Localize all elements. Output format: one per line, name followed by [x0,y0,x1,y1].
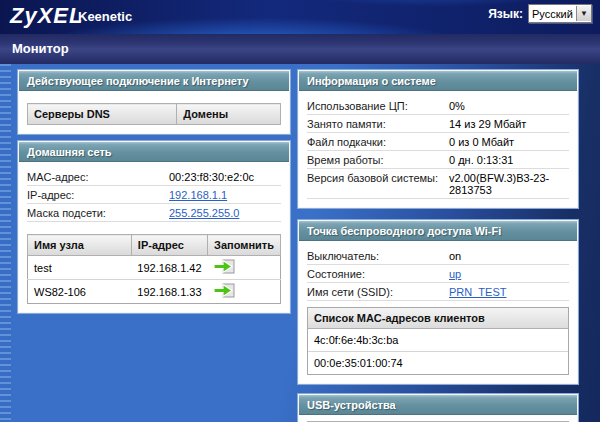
right-column: Информация о системе Использование ЦП: 0… [298,70,578,422]
panel-system-info: Информация о системе Использование ЦП: 0… [298,70,578,208]
mac-clients-box: Список MAC-адресов клиентов 4c:0f:6e:4b:… [307,307,569,375]
product-name: Keenetic [78,9,132,24]
row-label: Занято памяти: [307,118,449,130]
row-value: 00:23:f8:30:e2:0c [169,171,281,183]
green-arrow-icon [212,282,236,299]
green-arrow-icon [212,258,236,275]
home-row-mac: MAC-адрес: 00:23:f8:30:e2:0c [27,168,281,186]
panel-internet-title: Действующее подключение к Интернету [19,71,289,91]
wifi-row-switch: Выключатель: on [307,247,569,265]
row-label: Версия базовой системы: [307,172,449,184]
remember-host-button[interactable] [212,258,236,275]
wifi-row-state: Состояние: up [307,265,569,283]
row-label: Маска подсети: [27,207,169,219]
home-row-ip: IP-адрес: 192.168.1.1 [27,186,281,204]
hosts-col-remember: Запомнить [208,235,281,256]
host-name: WS82-106 [28,280,132,304]
panel-home-network: Домашняя сеть MAC-адрес: 00:23:f8:30:e2:… [18,141,290,313]
router-admin-page: ZyXEL Keenetic Язык: Русский ▼ Монитор Д… [0,0,600,422]
ip-address-link[interactable]: 192.168.1.1 [169,189,227,201]
list-item: 4c:0f:6e:4b:3c:ba [308,329,568,352]
row-value: 0 из 0 Мбайт [449,136,569,148]
row-label: Использование ЦП: [307,100,449,112]
zyxel-logo: ZyXEL [10,3,83,29]
home-row-mask: Маска подсети: 255.255.255.0 [27,204,281,222]
row-label: MAC-адрес: [27,171,169,183]
subnet-mask-link[interactable]: 255.255.255.0 [169,207,239,219]
row-value: 0% [449,100,569,112]
system-row-uptime: Время работы: 0 дн. 0:13:31 [307,151,569,169]
panel-system-info-title: Информация о системе [299,71,577,91]
panel-usb-devices: USB-устройства Тип Имя printer /dev/lp0 [298,394,578,422]
system-row-memory: Занято памяти: 14 из 29 Мбайт [307,115,569,133]
row-value: v2.00(BFW.3)B3-23-2813753 [449,172,569,196]
row-label: Имя сети (SSID): [307,286,449,298]
hosts-col-name: Имя узла [28,235,132,256]
tab-dns-servers: Серверы DNS [28,104,177,125]
row-label: Выключатель: [307,250,449,262]
hosts-col-ip: IP-адрес [131,235,207,256]
table-row: test 192.168.1.42 [28,256,281,280]
row-label: Состояние: [307,268,449,280]
language-selector-group: Язык: Русский ▼ [488,4,592,23]
system-row-swap: Файл подкачки: 0 из 0 Мбайт [307,133,569,151]
top-brand-bar: ZyXEL Keenetic Язык: Русский ▼ [0,0,600,34]
language-select-value: Русский [529,8,576,20]
nav-bar: Монитор [0,34,600,64]
row-label: Время работы: [307,154,449,166]
hosts-table: Имя узла IP-адрес Запомнить test 192.168… [27,234,281,304]
row-value: 0 дн. 0:13:31 [449,154,569,166]
language-label: Язык: [488,7,523,21]
remember-host-button[interactable] [212,282,236,299]
row-value: on [449,250,569,262]
panel-usb-title: USB-устройства [299,395,577,415]
wifi-state-link[interactable]: up [449,268,461,280]
panel-home-network-title: Домашняя сеть [19,142,289,162]
row-label: Файл подкачки: [307,136,449,148]
system-row-cpu: Использование ЦП: 0% [307,97,569,115]
left-column: Действующее подключение к Интернету Серв… [18,70,290,313]
table-row: WS82-106 192.168.1.33 [28,280,281,304]
nav-item-monitor[interactable]: Монитор [12,41,69,56]
row-label: IP-адрес: [27,189,169,201]
panel-wifi-title: Точка беспроводного доступа Wi-Fi [299,221,577,241]
internet-tabs-table: Серверы DNS Домены [27,103,281,125]
system-row-firmware: Версия базовой системы: v2.00(BFW.3)B3-2… [307,169,569,199]
host-ip: 192.168.1.33 [131,280,207,304]
list-item: 00:0e:35:01:00:74 [308,352,568,374]
panel-wifi: Точка беспроводного доступа Wi-Fi Выключ… [298,220,578,384]
host-ip: 192.168.1.42 [131,256,207,280]
mac-clients-title: Список MAC-адресов клиентов [308,308,568,329]
background-texture [0,64,11,422]
dropdown-arrow-icon[interactable]: ▼ [576,6,591,21]
ssid-link[interactable]: PRN_TEST [449,286,506,298]
tab-domains: Домены [177,104,281,125]
panel-internet-connection: Действующее подключение к Интернету Серв… [18,70,290,134]
language-select[interactable]: Русский ▼ [528,4,592,23]
wifi-row-ssid: Имя сети (SSID): PRN_TEST [307,283,569,301]
row-value: 14 из 29 Мбайт [449,118,569,130]
host-name: test [28,256,132,280]
